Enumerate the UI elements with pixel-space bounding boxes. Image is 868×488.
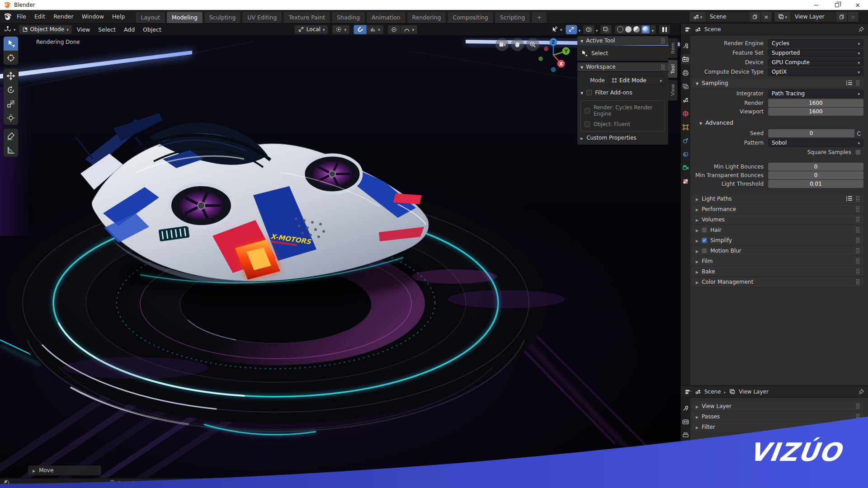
blender-menu-icon[interactable] [3, 13, 13, 21]
preset-menu-icon[interactable] [846, 80, 852, 85]
tool-select-box[interactable] [4, 37, 18, 51]
tab-layout[interactable]: Layout [135, 11, 165, 23]
menu-render[interactable]: Render [49, 10, 78, 23]
min-light-bounces-field[interactable]: 0 [768, 163, 863, 171]
menu-window[interactable]: Window [78, 10, 108, 23]
chevron-down-icon[interactable] [578, 25, 580, 34]
tool-scale[interactable] [4, 97, 18, 111]
view-layer-datablock-button[interactable] [774, 12, 791, 22]
drag-handle-icon[interactable] [856, 268, 860, 274]
operator-panel[interactable]: Move [28, 465, 101, 475]
drag-handle-icon[interactable] [661, 38, 665, 44]
square-samples-checkbox[interactable] [855, 150, 861, 155]
advanced-panel-header[interactable]: Advanced [696, 118, 863, 127]
tool-measure[interactable] [4, 143, 18, 157]
custom-properties-row[interactable]: Custom Properties [580, 133, 665, 142]
pan-view-button[interactable] [511, 38, 524, 51]
tab-compositing[interactable]: Compositing [447, 11, 493, 23]
tab-render-properties[interactable] [681, 417, 690, 427]
tab-texture-paint[interactable]: Texture Paint [283, 11, 330, 23]
compute-device-type-dropdown[interactable]: OptiX [768, 68, 863, 76]
close-button[interactable]: × [847, 0, 868, 10]
section-volumes[interactable]: Volumes [692, 215, 863, 224]
workspace-mode-dropdown[interactable]: Edit Mode [609, 76, 665, 84]
tool-move[interactable] [4, 69, 18, 83]
addon-fluent-checkbox[interactable] [585, 122, 590, 127]
integrator-dropdown[interactable]: Path Tracing [768, 89, 863, 98]
section-performance[interactable]: Performance [692, 204, 863, 214]
tab-output-properties[interactable] [681, 68, 690, 78]
pause-render-button[interactable] [659, 25, 670, 34]
section-hair[interactable]: Hair [692, 225, 863, 235]
section-light-paths[interactable]: Light Paths [692, 194, 863, 203]
drag-handle-icon[interactable] [856, 279, 860, 285]
feature-set-dropdown[interactable]: Supported [768, 49, 863, 57]
editor-properties-icon[interactable] [684, 26, 692, 33]
tab-tool-properties[interactable] [681, 41, 690, 51]
menu-edit[interactable]: Edit [30, 10, 49, 23]
scene-copy-button[interactable] [749, 12, 760, 22]
drag-handle-icon[interactable] [856, 403, 860, 409]
minimize-button[interactable] [806, 0, 826, 10]
navigation-gizmo[interactable]: Z Y X [536, 37, 572, 75]
viewport-menu-view[interactable]: View [73, 26, 94, 33]
pin-icon[interactable] [858, 389, 864, 395]
viewport-menu-select[interactable]: Select [94, 26, 119, 33]
tool-transform[interactable] [4, 111, 18, 125]
snap-toggle[interactable] [354, 25, 367, 34]
tab-sculpting[interactable]: Sculpting [204, 11, 241, 23]
drag-handle-icon[interactable] [856, 227, 860, 233]
maximize-button[interactable] [826, 0, 847, 10]
pattern-dropdown[interactable]: Sobol [768, 139, 863, 147]
tab-modeling[interactable]: Modeling [166, 11, 203, 23]
shading-wireframe-button[interactable] [617, 26, 623, 33]
filter-addons-row[interactable]: Filter Add-ons [580, 88, 665, 97]
xray-toggle[interactable] [600, 25, 612, 34]
tab-uv-editing[interactable]: UV Editing [242, 11, 282, 23]
drag-handle-icon[interactable] [661, 64, 665, 70]
tool-cursor[interactable] [4, 51, 18, 65]
section-passes[interactable]: Passes [692, 412, 863, 421]
min-transparent-bounces-field[interactable]: 0 [768, 171, 863, 179]
tab-physics-properties[interactable] [681, 136, 690, 145]
render-engine-dropdown[interactable]: Cycles [768, 39, 863, 47]
section-simplify[interactable]: Simplify [692, 235, 863, 245]
pin-icon[interactable] [858, 26, 864, 33]
filter-addons-checkbox[interactable] [586, 90, 592, 95]
tab-view-layer-properties[interactable] [681, 81, 690, 91]
gizmo-neg-y[interactable] [538, 56, 543, 61]
scene-datablock-button[interactable] [689, 12, 706, 22]
seed-animate-button[interactable] [854, 129, 863, 137]
motion-blur-checkbox[interactable] [702, 248, 707, 253]
tab-scene-properties[interactable] [681, 95, 690, 105]
snap-settings-dropdown[interactable] [367, 25, 384, 34]
seed-field[interactable]: 0 [768, 129, 854, 137]
section-film[interactable]: Film [692, 256, 863, 266]
object-visibility-dropdown[interactable] [550, 25, 564, 34]
tab-rendering[interactable]: Rendering [407, 11, 447, 23]
tab-view[interactable]: View [668, 80, 678, 100]
viewport-menu-add[interactable]: Add [120, 26, 138, 33]
simplify-checkbox[interactable] [702, 238, 707, 243]
tab-tool[interactable]: Tool [668, 60, 678, 78]
viewport-samples-field[interactable]: 1600 [768, 108, 863, 116]
camera-view-button[interactable] [495, 38, 509, 51]
tab-world-properties[interactable] [681, 108, 690, 118]
drag-handle-icon[interactable] [856, 424, 860, 430]
drag-handle-icon[interactable] [856, 216, 860, 222]
chevron-down-icon[interactable] [596, 25, 598, 34]
drag-handle-icon[interactable] [856, 80, 860, 86]
view-layer-copy-button[interactable] [836, 12, 847, 22]
addon-cycles-checkbox[interactable] [585, 108, 590, 113]
chevron-down-icon[interactable] [651, 25, 654, 34]
scene-unlink-button[interactable]: × [760, 12, 772, 22]
tab-texture-properties[interactable] [681, 176, 690, 186]
shading-material-button[interactable] [633, 26, 640, 33]
show-gizmo-toggle[interactable] [566, 25, 577, 34]
section-view-layer[interactable]: View Layer [692, 401, 863, 411]
light-threshold-field[interactable]: 0.01 [768, 180, 863, 188]
hair-checkbox[interactable] [702, 227, 707, 233]
tab-animation[interactable]: Animation [366, 11, 406, 23]
drag-handle-icon[interactable] [856, 248, 860, 253]
tab-object-properties[interactable] [681, 122, 690, 132]
